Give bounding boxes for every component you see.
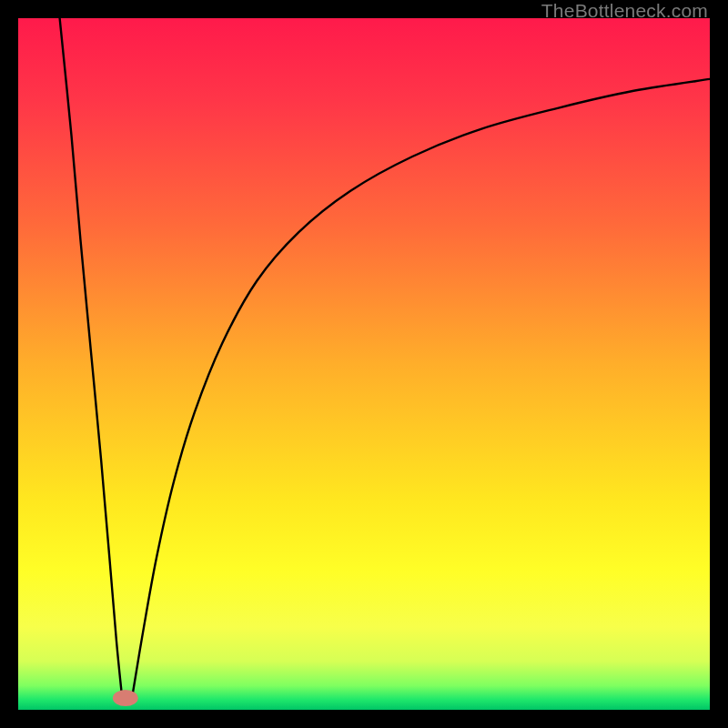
chart-svg bbox=[18, 18, 710, 710]
chart-frame bbox=[18, 18, 710, 710]
watermark-text: TheBottleneck.com bbox=[541, 0, 708, 22]
minimum-marker bbox=[113, 690, 138, 706]
gradient-background bbox=[18, 18, 710, 710]
